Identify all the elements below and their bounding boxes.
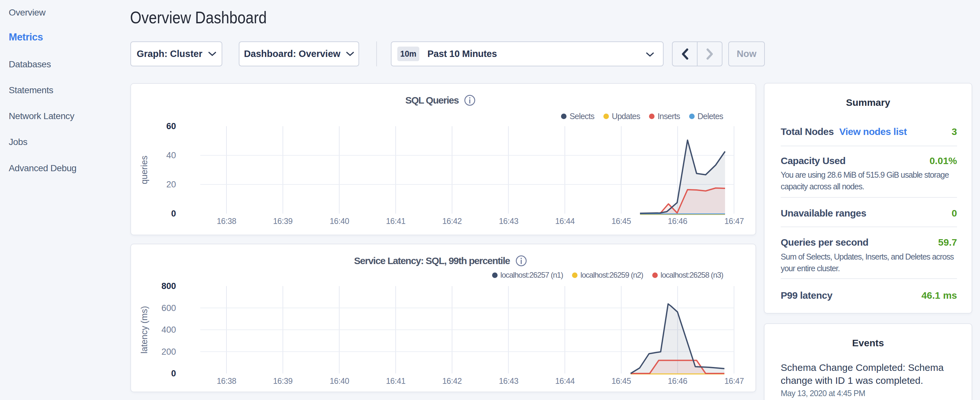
svg-text:16:45: 16:45 [611, 217, 631, 226]
svg-text:16:44: 16:44 [555, 217, 575, 226]
svg-text:16:40: 16:40 [330, 217, 349, 226]
svg-text:16:46: 16:46 [668, 376, 687, 386]
svg-text:latency (ms): latency (ms) [140, 306, 149, 354]
svg-text:queries: queries [140, 156, 149, 185]
svg-text:16:47: 16:47 [724, 217, 744, 226]
svg-text:16:39: 16:39 [273, 217, 293, 226]
svg-text:200: 200 [161, 347, 176, 357]
svg-text:16:41: 16:41 [386, 217, 406, 226]
svg-text:40: 40 [166, 150, 176, 160]
svg-text:16:43: 16:43 [499, 217, 518, 226]
svg-text:16:43: 16:43 [499, 376, 518, 386]
svg-text:16:40: 16:40 [330, 376, 349, 386]
svg-text:20: 20 [166, 180, 176, 189]
svg-text:16:41: 16:41 [386, 376, 406, 386]
svg-text:16:42: 16:42 [442, 217, 462, 226]
svg-text:400: 400 [161, 325, 176, 335]
svg-text:16:39: 16:39 [273, 376, 293, 386]
svg-text:16:47: 16:47 [724, 376, 744, 386]
svg-text:16:44: 16:44 [555, 376, 575, 386]
svg-text:16:46: 16:46 [668, 217, 687, 226]
svg-text:16:38: 16:38 [217, 376, 236, 386]
svg-text:60: 60 [166, 121, 176, 131]
svg-text:0: 0 [171, 369, 176, 378]
svg-text:600: 600 [161, 303, 176, 313]
svg-text:800: 800 [161, 281, 176, 291]
svg-text:16:42: 16:42 [442, 376, 462, 386]
svg-text:16:38: 16:38 [217, 217, 236, 226]
svg-text:0: 0 [171, 209, 176, 218]
svg-text:16:45: 16:45 [611, 376, 631, 386]
